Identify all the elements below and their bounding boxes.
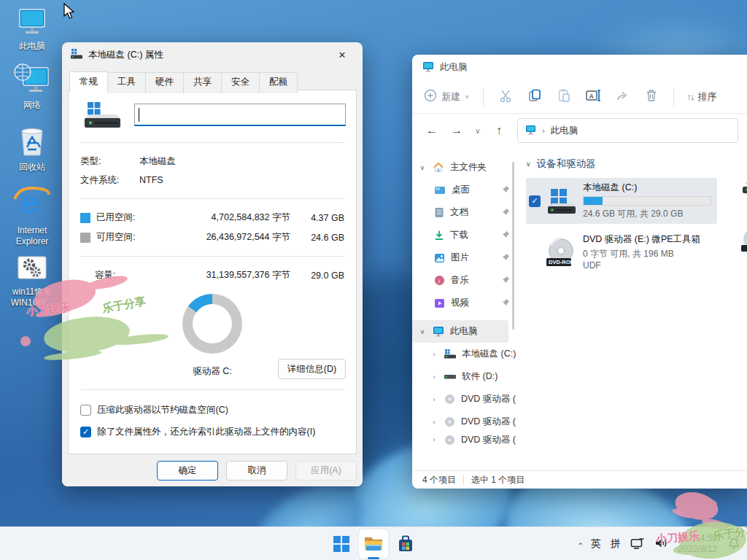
text-caret: [139, 108, 139, 122]
volume-label-input[interactable]: [134, 104, 346, 126]
item-checkbox[interactable]: ✓: [529, 195, 541, 207]
rename-button[interactable]: A: [580, 84, 606, 110]
share-button[interactable]: [609, 84, 635, 110]
index-checkbox-row[interactable]: ✓ 除了文件属性外，还允许索引此驱动器上文件的内容(I): [79, 421, 346, 443]
sidebar-item-pictures[interactable]: 图片: [412, 246, 516, 269]
desktop-icon-this-pc[interactable]: 此电脑: [4, 7, 60, 52]
section-devices-and-drives[interactable]: ∨ 设备和驱动器: [526, 158, 747, 171]
capacity-row: 容量: 31,139,557,376 字节 29.0 GB: [79, 265, 346, 285]
address-bar[interactable]: › 此电脑: [517, 118, 738, 143]
sidebar-item-dvd-f2[interactable]: › DVD 驱动器 (F:): [412, 433, 516, 446]
desktop-icon-label: 此电脑: [19, 41, 45, 52]
free-space-row: 可用空间: 26,436,972,544 字节 24.6 GB: [79, 228, 346, 247]
sidebar-item-drive-d[interactable]: › 软件 (D:): [412, 365, 516, 388]
recent-locations-chevron[interactable]: ∨: [471, 120, 485, 141]
desktop-icon-column: 此电脑 网络 回收站 e Internet Explorer win11恢复 W…: [4, 7, 60, 320]
sidebar-item-this-pc[interactable]: ∨ 此电脑: [412, 320, 508, 343]
drive-usage-fill: [584, 197, 603, 205]
drive-c-icon: [545, 187, 578, 215]
paste-icon: [557, 88, 571, 105]
cut-button[interactable]: [492, 84, 519, 110]
pictures-icon: [434, 253, 445, 263]
this-pc-icon: [16, 7, 48, 39]
explorer-titlebar[interactable]: 此电脑: [412, 55, 747, 80]
desktop-icon-win11-restore[interactable]: win11恢复 WIN10经...: [4, 254, 60, 308]
copy-button[interactable]: [522, 84, 548, 110]
tab-tools[interactable]: 工具: [107, 72, 146, 93]
back-button[interactable]: ←: [421, 120, 443, 141]
drive-icon: [444, 372, 456, 381]
compress-checkbox-label: 压缩此驱动器以节约磁盘空间(C): [97, 404, 228, 416]
drive-info: 24.6 GB 可用, 共 29.0 GB: [583, 208, 711, 220]
tab-general[interactable]: 常规: [69, 71, 108, 93]
network-tray-icon[interactable]: [630, 537, 645, 552]
tray-overflow-chevron-icon[interactable]: ›: [576, 542, 584, 545]
sidebar-item-dvd-e[interactable]: › DVD 驱动器 (E: [412, 388, 516, 411]
new-button[interactable]: 新建 ∨: [419, 84, 474, 110]
index-checkbox[interactable]: ✓: [80, 427, 91, 438]
desktop-icon-recycle-bin[interactable]: 回收站: [4, 125, 60, 173]
apply-button[interactable]: 应用(A): [295, 461, 357, 481]
drive-item-dvd-e[interactable]: DVD-ROM DVD 驱动器 (E:) 微PE工具箱 0 字节 可用, 共 1…: [526, 230, 717, 274]
sidebar-item-downloads[interactable]: 下载: [412, 224, 516, 246]
microsoft-store-taskbar-button[interactable]: [391, 529, 420, 559]
ok-button[interactable]: 确定: [157, 461, 218, 481]
desktop-icon-label: win11恢复 WIN10经...: [5, 287, 59, 308]
up-button[interactable]: ↑: [488, 120, 510, 141]
sidebar-item-videos[interactable]: 视频: [412, 292, 516, 314]
gears-shortcut-icon: [16, 254, 48, 284]
desktop-icon-internet-explorer[interactable]: e Internet Explorer: [4, 183, 60, 247]
desktop-icon-label: Internet Explorer: [5, 225, 59, 247]
drive-filesystem: UDF: [583, 260, 711, 271]
navigation-pane: ∨ 主文件夹 桌面 文档 下载: [412, 147, 516, 470]
tab-sharing[interactable]: 共享: [183, 72, 222, 93]
expand-chevron-icon: ›: [430, 373, 438, 381]
cancel-button[interactable]: 取消: [226, 461, 287, 481]
dialog-tabstrip: 常规 工具 硬件 共享 安全 配额: [62, 71, 363, 93]
sidebar-scrollbar[interactable]: [512, 162, 514, 330]
sidebar-item-home[interactable]: ∨ 主文件夹: [412, 156, 516, 179]
ime-english-indicator[interactable]: 英: [591, 537, 601, 551]
forward-button[interactable]: →: [446, 120, 468, 141]
volume-tray-icon[interactable]: [654, 537, 669, 552]
dvd-rom-icon: DVD-ROM: [545, 236, 578, 268]
drive-item-c[interactable]: ✓ 本地磁盘 (C:) 24.6 GB 可用, 共 29.0 GB: [526, 178, 717, 224]
close-icon[interactable]: ✕: [330, 45, 354, 64]
document-icon: [434, 207, 444, 218]
breadcrumb-this-pc[interactable]: 此电脑: [551, 125, 578, 137]
taskbar-clock[interactable]: 14:55 2022/8/12: [678, 533, 717, 555]
desktop-icon-network[interactable]: 网络: [4, 63, 60, 111]
dialog-footer: 确定 取消 应用(A): [62, 454, 363, 486]
start-button[interactable]: [327, 529, 356, 559]
svg-text:z: z: [736, 537, 739, 542]
sidebar-item-desktop[interactable]: 桌面: [412, 179, 516, 201]
system-tray: › 英 拼 14:55 2022/8/12 z: [578, 527, 743, 560]
this-pc-icon: [422, 61, 434, 74]
sidebar-item-documents[interactable]: 文档: [412, 201, 516, 224]
notification-bell-icon[interactable]: z: [727, 536, 743, 553]
tab-hardware[interactable]: 硬件: [145, 72, 184, 93]
new-button-label: 新建: [441, 90, 460, 104]
drive-name: 本地磁盘 (C:): [583, 182, 711, 194]
sidebar-item-dvd-f[interactable]: › DVD 驱动器 (F: [412, 411, 516, 433]
paste-button[interactable]: [551, 84, 577, 110]
sidebar-item-music[interactable]: ♪ 音乐: [412, 269, 516, 292]
sidebar-item-label: 视频: [451, 297, 469, 309]
details-button[interactable]: 详细信息(D): [278, 359, 346, 379]
tab-security[interactable]: 安全: [221, 72, 260, 93]
dialog-titlebar[interactable]: 本地磁盘 (C:) 属性 ✕: [62, 42, 363, 67]
ime-pinyin-indicator[interactable]: 拼: [611, 537, 621, 551]
drive-c-icon: [71, 49, 82, 61]
tab-quota[interactable]: 配额: [259, 72, 298, 93]
compress-checkbox[interactable]: [80, 405, 91, 416]
sidebar-item-local-disk-c[interactable]: › 本地磁盘 (C:): [412, 343, 516, 365]
network-icon: [13, 63, 51, 98]
compress-checkbox-row[interactable]: 压缩此驱动器以节约磁盘空间(C): [79, 399, 346, 421]
music-icon: ♪: [434, 275, 445, 286]
file-explorer-taskbar-button[interactable]: [359, 529, 388, 559]
explorer-window: 此电脑 新建 ∨ A ↑↓ 排序 ← → ∨ ↑: [412, 55, 747, 489]
this-pc-icon: [433, 326, 444, 337]
filesystem-label: 文件系统:: [80, 174, 139, 187]
delete-button[interactable]: [638, 84, 665, 110]
sort-button[interactable]: ↑↓ 排序: [683, 84, 721, 110]
